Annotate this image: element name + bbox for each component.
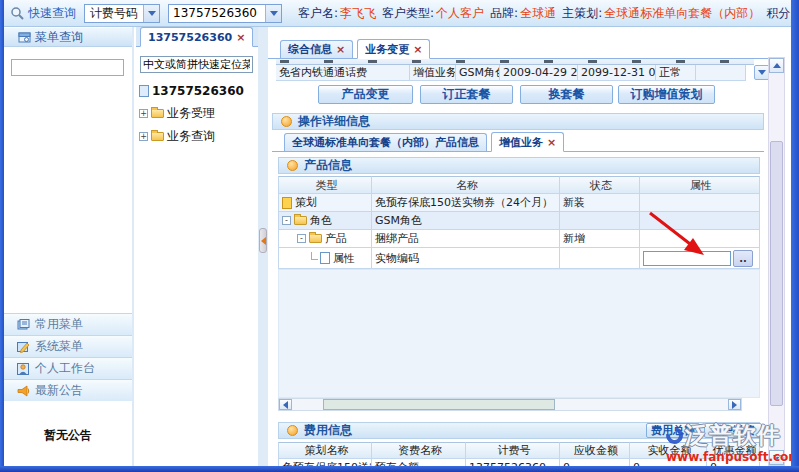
billing-number-input[interactable]: [169, 6, 265, 21]
table-row-plan[interactable]: 策划 免预存保底150送实物券（24个月） 新装: [278, 194, 760, 212]
main-tabstrip: 综合信息 × 业务变更 ×: [268, 40, 768, 59]
expand-plus-icon[interactable]: +: [139, 132, 148, 141]
folder-icon: [151, 132, 164, 141]
customer-name-label: 客户名:: [298, 5, 338, 22]
fee-total-button[interactable]: 费用总额: [646, 423, 700, 438]
tab-close-icon[interactable]: ×: [413, 43, 422, 56]
splitter-collapse-handle[interactable]: [259, 228, 267, 253]
expand-minus-icon[interactable]: -: [297, 234, 306, 243]
vertical-scrollbar[interactable]: [768, 57, 785, 466]
sidebar-item-latest-announcements[interactable]: 最新公告: [4, 379, 132, 401]
sidebar-item-personal-workbench[interactable]: 个人工作台: [4, 357, 132, 379]
horizontal-scrollbar[interactable]: [278, 398, 742, 411]
billing-number-combo: [168, 4, 282, 23]
name-cell: 免预存保底150送实物券（24个月）: [372, 194, 560, 212]
main-plan-value: 全球通标准单向套餐（内部）: [604, 5, 760, 22]
name-cell: 捆绑产品: [372, 230, 560, 248]
section-title: 操作详细信息: [298, 113, 370, 130]
sidebar-item-label: 最新公告: [35, 382, 83, 399]
main-plan-label: 主策划:: [562, 5, 602, 22]
expand-plus-icon[interactable]: +: [139, 109, 148, 118]
section-title: 产品信息: [304, 157, 352, 174]
operation-detail-section-header: 操作详细信息: [272, 113, 764, 130]
business-row[interactable]: 免省内铁通通话费 增值业务 GSM角色 2009-04-29 2 2099-12…: [276, 65, 746, 81]
menu-locator-input[interactable]: [140, 56, 253, 73]
tab-business-change[interactable]: 业务变更 ×: [357, 39, 430, 59]
product-change-button[interactable]: 产品变更: [318, 85, 413, 104]
left-sidebar: 菜单查询 常用菜单 系统菜单 个人工作台: [4, 27, 134, 466]
billing-number-dropdown-icon[interactable]: [265, 5, 281, 22]
detail-tabstrip: 全球通标准单向套餐（内部）产品信息 增值业务 ×: [272, 132, 764, 152]
panel-splitter[interactable]: [258, 27, 268, 466]
order-value-added-plan-button[interactable]: 订购增值策划: [618, 85, 715, 104]
sidebar-item-system-menu[interactable]: 系统菜单: [4, 335, 132, 357]
scroll-down-button[interactable]: [769, 450, 784, 465]
common-menu-icon: [16, 318, 30, 332]
section-ball-icon: [287, 425, 298, 436]
column-header-name: 名称: [372, 176, 560, 194]
fee-table-header: 策划名称 资费名称 计费号 应收金额 实收金额 优惠金额: [278, 442, 760, 459]
tab-label: 13757526360: [148, 31, 232, 44]
switch-package-button[interactable]: 换套餐: [520, 85, 613, 104]
tab-close-icon[interactable]: ×: [236, 31, 245, 44]
no-announcement-text: 暂无公告: [44, 427, 92, 466]
tab-comprehensive-info[interactable]: 综合信息 ×: [280, 40, 353, 58]
tree-root-customer[interactable]: 13757526360: [139, 82, 244, 99]
tab-close-icon[interactable]: ×: [336, 43, 345, 56]
tab-close-icon[interactable]: ×: [547, 136, 556, 149]
tree-node-label: 业务受理: [167, 105, 215, 122]
status-cell: 新装: [560, 194, 640, 212]
correct-package-button[interactable]: 订正套餐: [420, 85, 513, 104]
type-label: 角色: [310, 213, 332, 228]
name-cell: 实物编码: [372, 248, 560, 269]
vertical-scroll-thumb[interactable]: [770, 141, 783, 406]
window-border-right: [791, 0, 799, 472]
type-label: 策划: [295, 195, 317, 210]
business-cell-fee-name: 免省内铁通通话费: [276, 65, 410, 81]
tab-customer-number[interactable]: 13757526360 ×: [140, 27, 253, 47]
scroll-right-button[interactable]: [728, 399, 741, 410]
scroll-up-button[interactable]: [769, 58, 784, 73]
tab-package-product-info[interactable]: 全球通标准单向套餐（内部）产品信息: [284, 133, 487, 151]
status-cell: [560, 212, 640, 230]
app-window: 快速查询 计费号码 客户名: 李飞飞 客户类型: 个人客户 品牌: 全球通 主策…: [0, 0, 799, 472]
table-row-role[interactable]: - 角色 GSM角色: [278, 212, 760, 230]
customer-tree-panel: 13757526360 × 13757526360 + 业务受理 + 业务查询: [136, 27, 258, 466]
tab-label: 业务变更: [365, 42, 409, 57]
quick-search-label: 快速查询: [28, 5, 76, 22]
search-field-dropdown-icon[interactable]: [143, 5, 159, 22]
sidebar-item-common-menu[interactable]: 常用菜单: [4, 313, 132, 335]
column-header-type: 类型: [278, 176, 372, 194]
tree-node-business-query[interactable]: + 业务查询: [139, 128, 215, 145]
customer-type-value: 个人客户: [436, 5, 484, 22]
user-payment-button[interactable]: 用户缴费: [704, 423, 762, 438]
page-icon: [139, 85, 149, 97]
table-row-attribute[interactable]: 属性 实物编码 ..: [278, 248, 760, 269]
menu-query-icon: [18, 31, 31, 44]
menu-search-input[interactable]: [11, 59, 124, 76]
type-label: 属性: [333, 251, 355, 266]
scroll-left-button[interactable]: [279, 399, 292, 410]
quick-search-button[interactable]: 快速查询: [10, 5, 76, 22]
section-ball-icon: [281, 116, 292, 127]
tab-value-added-business[interactable]: 增值业务 ×: [491, 132, 564, 152]
tree-node-business-acceptance[interactable]: + 业务受理: [139, 105, 215, 122]
brand-label: 品牌:: [490, 5, 518, 22]
table-row-product[interactable]: - 产品 捆绑产品 新增: [278, 230, 760, 248]
search-field-select[interactable]: 计费号码: [84, 4, 160, 23]
search-icon: [10, 6, 25, 21]
type-cell: - 角色: [278, 212, 372, 230]
column-header-received: 实收金额: [630, 442, 707, 459]
business-cell-start-date: 2009-04-29 2: [500, 65, 578, 81]
browse-button[interactable]: ..: [733, 250, 753, 267]
customer-name-value: 李飞飞: [340, 5, 376, 22]
section-title: 费用信息: [304, 422, 352, 439]
type-label: 产品: [325, 231, 347, 246]
workbench-person-icon: [16, 362, 30, 376]
sidebar-item-label: 个人工作台: [35, 360, 95, 377]
column-header-receivable: 应收金额: [560, 442, 630, 459]
physical-code-input[interactable]: [643, 251, 731, 266]
column-header-discount: 优惠金额: [707, 442, 760, 459]
expand-minus-icon[interactable]: -: [282, 216, 291, 225]
horizontal-scroll-thumb[interactable]: [323, 399, 555, 410]
